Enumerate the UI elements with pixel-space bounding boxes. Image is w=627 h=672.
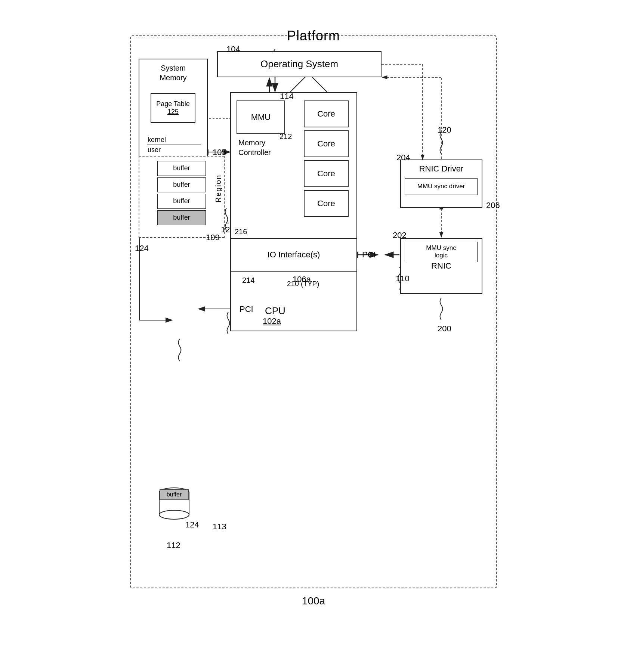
mem-ctrl-label: Memory Controller bbox=[238, 138, 271, 157]
svg-point-30 bbox=[159, 510, 189, 519]
disk-svg: buffer bbox=[155, 485, 193, 522]
platform-label: Platform bbox=[287, 28, 340, 44]
ref-200: 200 bbox=[438, 324, 451, 334]
cpu-underline-label: 102a bbox=[263, 316, 281, 326]
cpu-box: MMU 212 Memory Controller Core Core Core… bbox=[230, 92, 357, 331]
ref-124b: 124 bbox=[185, 520, 199, 530]
rnic-box: MMU sync logic RNIC bbox=[400, 238, 482, 294]
rnic-driver-box: RNIC Driver MMU sync driver bbox=[400, 160, 482, 208]
buffer-box-3: buffer bbox=[157, 194, 206, 209]
rnic-label: RNIC bbox=[401, 261, 482, 271]
mmu-box: MMU bbox=[237, 100, 285, 134]
ref-202: 202 bbox=[393, 230, 407, 240]
ref-106a: 106a bbox=[293, 275, 311, 284]
ref-113: 113 bbox=[213, 522, 226, 532]
ref-216: 216 bbox=[235, 227, 247, 236]
cpu-label: CPU bbox=[265, 305, 285, 317]
ref-206: 206 bbox=[486, 201, 500, 210]
label-100a: 100a bbox=[302, 595, 325, 607]
user-label: user bbox=[148, 146, 161, 154]
page-table-label: Page Table bbox=[156, 100, 190, 108]
page-table-box: Page Table 125 bbox=[151, 93, 195, 123]
core-box-2: Core bbox=[304, 130, 349, 157]
core-box-4: Core bbox=[304, 190, 349, 217]
buffer-box-1: buffer bbox=[157, 161, 206, 176]
svg-text:buffer: buffer bbox=[167, 491, 182, 498]
pci-label-2: PCI bbox=[240, 304, 253, 314]
ref-112: 112 bbox=[167, 541, 180, 550]
pci-label-1: PCI bbox=[362, 250, 376, 260]
io-label: IO Interface(s) bbox=[268, 250, 320, 260]
mmu-sync-driver-box: MMU sync driver bbox=[405, 178, 478, 195]
ref-114: 114 bbox=[280, 92, 294, 101]
diagram-container: Platform bbox=[117, 28, 510, 644]
ref-124a: 124 bbox=[135, 244, 149, 253]
kernel-label: kernel bbox=[148, 136, 166, 144]
ref-110: 110 bbox=[396, 274, 410, 284]
core-box-3: Core bbox=[304, 160, 349, 187]
buffer-box-2: buffer bbox=[157, 177, 206, 192]
platform-box: Platform bbox=[130, 35, 497, 588]
mmu-label: MMU bbox=[251, 112, 271, 122]
system-memory-label: System Memory bbox=[139, 63, 207, 83]
ref-204: 204 bbox=[396, 153, 410, 162]
ref-212: 212 bbox=[279, 132, 292, 141]
buffer-region-box: buffer buffer buffer buffer bbox=[139, 156, 225, 238]
ref-109: 109 bbox=[206, 233, 220, 242]
ref-104: 104 bbox=[226, 44, 240, 54]
region-label: Region bbox=[214, 174, 223, 202]
os-label: Operating System bbox=[260, 58, 338, 70]
ref-214: 214 bbox=[242, 276, 254, 285]
os-box: Operating System bbox=[217, 51, 382, 77]
mmu-sync-logic-box: MMU sync logic bbox=[405, 242, 478, 262]
rnic-driver-label: RNIC Driver bbox=[401, 164, 482, 174]
buffer-box-4: buffer bbox=[157, 210, 206, 225]
io-box: IO Interface(s) bbox=[230, 238, 357, 272]
ref-120: 120 bbox=[438, 125, 451, 135]
page-table-number: 125 bbox=[167, 108, 179, 116]
core-box-1: Core bbox=[304, 100, 349, 127]
